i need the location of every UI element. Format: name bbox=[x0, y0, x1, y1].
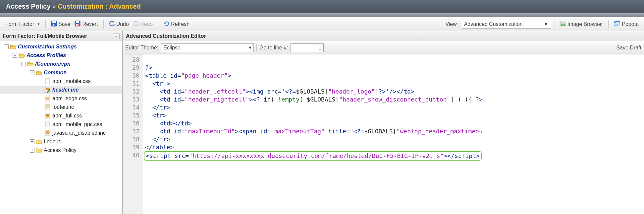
popout-label: Popout bbox=[622, 21, 639, 27]
undo-button[interactable]: Undo bbox=[107, 20, 131, 29]
line-number: 37 bbox=[123, 127, 139, 135]
sidebar-header: Form Factor: Full/Mobile Browser « bbox=[0, 31, 122, 41]
folder-icon bbox=[36, 139, 42, 145]
collapse-icon[interactable]: − bbox=[13, 53, 17, 58]
header-divider bbox=[0, 13, 644, 17]
tree-item-label: header.inc bbox=[52, 87, 79, 93]
expand-icon[interactable]: + bbox=[30, 148, 34, 153]
code-line[interactable]: <tr> bbox=[145, 111, 641, 119]
code-line[interactable]: <td id="header_rightcell"><? if( !empty(… bbox=[145, 96, 641, 104]
popout-button[interactable]: Popout bbox=[612, 20, 641, 29]
file-icon bbox=[44, 104, 51, 110]
code-line[interactable]: </table> bbox=[145, 143, 641, 151]
code-line[interactable]: <tr > bbox=[145, 80, 641, 88]
tree-item-label: Common bbox=[44, 70, 67, 76]
save-draft-button[interactable]: Save Draft bbox=[616, 45, 641, 51]
save-icon bbox=[51, 21, 57, 28]
image-browser-button[interactable]: Image Browser bbox=[558, 20, 605, 29]
collapse-icon[interactable]: − bbox=[30, 70, 34, 75]
tree-item[interactable]: +Access Policy bbox=[0, 146, 122, 155]
breadcrumb-root[interactable]: Access Policy bbox=[6, 3, 51, 10]
code-line[interactable]: ?> bbox=[145, 64, 641, 72]
line-number-gutter: 28293031323334353637383940 bbox=[123, 54, 142, 214]
collapse-icon[interactable]: − bbox=[21, 62, 26, 66]
undo-icon bbox=[109, 21, 115, 28]
redo-button[interactable]: Redo bbox=[131, 20, 155, 29]
tree-item[interactable]: −Access Profiles bbox=[0, 51, 122, 60]
toolbar-separator bbox=[45, 20, 46, 28]
collapse-icon[interactable]: − bbox=[4, 44, 9, 49]
goto-line-input[interactable] bbox=[291, 43, 324, 52]
tree-item[interactable]: apm_mobile_ppc.css bbox=[0, 120, 122, 129]
folder-open-icon bbox=[19, 52, 25, 58]
tree-item-label: footer.inc bbox=[52, 104, 74, 110]
code-line[interactable]: </tr> bbox=[145, 135, 641, 143]
file-edit-icon bbox=[44, 87, 51, 93]
tree-item[interactable]: −/Common/vpn bbox=[0, 60, 122, 68]
code-line[interactable]: <td id="header_leftcell"><img src='<?=$G… bbox=[145, 88, 641, 96]
theme-select[interactable]: Eclipse ▾ bbox=[161, 43, 254, 52]
view-label: View : bbox=[445, 21, 459, 27]
file-icon bbox=[44, 130, 51, 136]
file-icon bbox=[44, 121, 51, 127]
code-line[interactable]: <td></td> bbox=[145, 119, 641, 127]
tree-item[interactable]: +Logout bbox=[0, 137, 122, 146]
code-line[interactable] bbox=[145, 56, 641, 64]
tree-item[interactable]: apm_mobile.css bbox=[0, 77, 122, 86]
file-icon bbox=[44, 78, 51, 84]
tree-item-label: Logout bbox=[44, 139, 60, 145]
toolbar-separator bbox=[555, 20, 555, 28]
tree-item[interactable]: apm_full.css bbox=[0, 111, 122, 120]
tree-item-label: apm_mobile_ppc.css bbox=[52, 121, 102, 127]
tree-item-label: Customization Settings bbox=[18, 44, 77, 50]
code-editor[interactable]: 28293031323334353637383940 ?><table id="… bbox=[123, 54, 644, 214]
tree-item[interactable]: footer.inc bbox=[0, 103, 122, 111]
sidebar: Form Factor: Full/Mobile Browser « −Cust… bbox=[0, 31, 123, 214]
main-toolbar: Form Factor ▼ Save Revert Undo Redo Refr… bbox=[0, 17, 644, 31]
code-line[interactable]: <td id="maxTimeoutTd"><span id="maxTimeo… bbox=[145, 127, 641, 135]
sidebar-title: Form Factor: Full/Mobile Browser bbox=[3, 33, 87, 39]
tree-item[interactable]: header.inc bbox=[0, 86, 122, 94]
collapse-sidebar-button[interactable]: « bbox=[113, 33, 120, 39]
folder-open-icon bbox=[27, 61, 34, 67]
revert-icon bbox=[75, 21, 81, 28]
content-title: Advanced Customization Editor bbox=[123, 31, 644, 41]
line-number: 33 bbox=[123, 96, 139, 104]
redo-icon bbox=[133, 21, 139, 28]
form-factor-dropdown[interactable]: Form Factor ▼ bbox=[3, 21, 42, 28]
folder-open-icon bbox=[36, 70, 42, 76]
breadcrumb-bar: Access Policy » Customization : Advanced bbox=[0, 0, 644, 13]
code-line[interactable]: <script src="https://api-xxxxxxxx.duosec… bbox=[145, 151, 641, 159]
view-select[interactable]: Advanced Customization ▾ bbox=[462, 20, 551, 29]
tree-item-label: Access Policy bbox=[44, 147, 77, 153]
expand-icon[interactable]: + bbox=[30, 139, 34, 144]
popout-icon bbox=[614, 21, 620, 28]
tree-item[interactable]: apm_edge.css bbox=[0, 94, 122, 103]
refresh-button[interactable]: Refresh bbox=[162, 20, 191, 29]
tree-item[interactable]: −Customization Settings bbox=[0, 42, 122, 51]
file-tree[interactable]: −Customization Settings−Access Profiles−… bbox=[0, 41, 122, 214]
form-factor-label: Form Factor bbox=[5, 21, 34, 27]
code-line[interactable]: <table id="page_header"> bbox=[145, 72, 641, 80]
tree-item[interactable]: −Common bbox=[0, 68, 122, 77]
tree-item-label: Access Profiles bbox=[27, 52, 66, 58]
line-number: 38 bbox=[123, 135, 139, 143]
tree-item-label: apm_mobile.css bbox=[52, 78, 91, 84]
line-number: 29 bbox=[123, 64, 139, 72]
code-area[interactable]: ?><table id="page_header"> <tr > <td id=… bbox=[142, 54, 644, 214]
highlighted-line: <script src="https://api-xxxxxxxx.duosec… bbox=[144, 151, 482, 161]
line-number: 36 bbox=[123, 119, 139, 127]
line-number: 40 bbox=[123, 151, 139, 159]
folder-icon bbox=[36, 147, 42, 153]
code-line[interactable]: </tr> bbox=[145, 104, 641, 111]
save-button[interactable]: Save bbox=[49, 20, 72, 29]
revert-button[interactable]: Revert bbox=[73, 20, 100, 29]
toolbar-separator bbox=[158, 20, 158, 28]
tree-item[interactable]: javascript_disabled.inc bbox=[0, 129, 122, 137]
chevron-down-icon: ▾ bbox=[249, 44, 251, 51]
revert-label: Revert bbox=[82, 21, 98, 27]
tree-item-label: javascript_disabled.inc bbox=[52, 130, 106, 136]
line-number: 32 bbox=[123, 88, 139, 96]
view-select-value: Advanced Customization bbox=[464, 21, 523, 27]
line-number: 30 bbox=[123, 72, 139, 80]
